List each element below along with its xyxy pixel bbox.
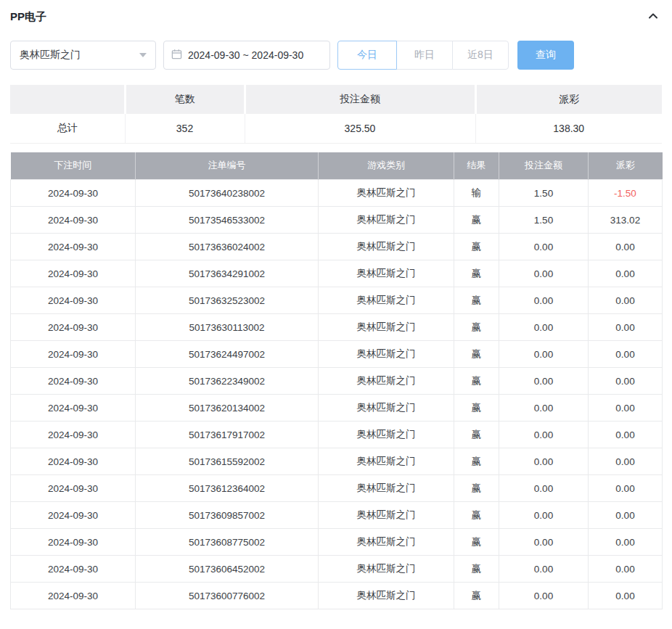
table-row: 2024-09-3050173546533002奥林匹斯之门赢1.50313.0… [11, 207, 663, 234]
ticket-number-cell: 50173630113002 [136, 314, 319, 341]
bet-time-cell: 2024-09-30 [11, 368, 136, 395]
quick-btn-today[interactable]: 今日 [337, 41, 397, 70]
game-category-cell: 奥林匹斯之门 [319, 260, 454, 287]
bet-amount-cell: 0.00 [499, 314, 589, 341]
game-category-cell: 奥林匹斯之门 [319, 502, 454, 529]
result-cell: 赢 [454, 448, 499, 475]
caret-down-icon [139, 53, 147, 57]
result-cell: 赢 [454, 207, 499, 234]
game-category-cell: 奥林匹斯之门 [319, 180, 454, 207]
table-row: 2024-09-3050173640238002奥林匹斯之门输1.50-1.50 [11, 180, 663, 207]
bet-time-cell: 2024-09-30 [11, 502, 136, 529]
table-row: 2024-09-3050173608775002奥林匹斯之门赢0.000.00 [11, 529, 663, 556]
table-row: 2024-09-3050173612364002奥林匹斯之门赢0.000.00 [11, 475, 663, 502]
bet-time-cell: 2024-09-30 [11, 448, 136, 475]
game-category-cell: 奥林匹斯之门 [319, 287, 454, 314]
records-table: 下注时间 注单编号 游戏类别 结果 投注金额 派彩 2024-09-305017… [10, 152, 663, 610]
table-row: 2024-09-3050173634291002奥林匹斯之门赢0.000.00 [11, 260, 663, 287]
summary-count-value: 352 [125, 114, 245, 143]
game-category-cell: 奥林匹斯之门 [319, 368, 454, 395]
column-header-bet-amount: 投注金额 [499, 152, 589, 180]
table-row: 2024-09-3050173630113002奥林匹斯之门赢0.000.00 [11, 314, 663, 341]
game-category-cell: 奥林匹斯之门 [319, 529, 454, 556]
records-header-row: 下注时间 注单编号 游戏类别 结果 投注金额 派彩 [11, 152, 663, 180]
filter-bar: 奥林匹斯之门 2024-09-30 ~ 2024-09-30 今日 昨日 近8日… [10, 41, 662, 70]
game-category-cell: 奥林匹斯之门 [319, 395, 454, 422]
summary-header-payout: 派彩 [475, 85, 662, 114]
summary-header-row: 笔数 投注金额 派彩 [10, 85, 662, 114]
table-row: 2024-09-3050173606452002奥林匹斯之门赢0.000.00 [11, 556, 663, 583]
game-category-cell: 奥林匹斯之门 [319, 422, 454, 448]
bet-amount-cell: 1.50 [499, 180, 589, 207]
table-row: 2024-09-3050173615592002奥林匹斯之门赢0.000.00 [11, 448, 663, 475]
table-row: 2024-09-3050173632523002奥林匹斯之门赢0.000.00 [11, 287, 663, 314]
ticket-number-cell: 50173600776002 [136, 583, 319, 609]
bet-time-cell: 2024-09-30 [11, 475, 136, 502]
ticket-number-cell: 50173608775002 [136, 529, 319, 556]
game-category-cell: 奥林匹斯之门 [319, 475, 454, 502]
game-category-cell: 奥林匹斯之门 [319, 448, 454, 475]
payout-cell: 0.00 [589, 314, 663, 341]
result-cell: 赢 [454, 529, 499, 556]
bet-time-cell: 2024-09-30 [11, 583, 136, 609]
result-cell: 赢 [454, 422, 499, 448]
bet-amount-cell: 0.00 [499, 368, 589, 395]
column-header-ticket-number: 注单编号 [136, 152, 319, 180]
bet-amount-cell: 0.00 [499, 502, 589, 529]
records-table-body: 2024-09-3050173640238002奥林匹斯之门输1.50-1.50… [11, 180, 663, 609]
game-select[interactable]: 奥林匹斯之门 [10, 41, 156, 70]
bet-time-cell: 2024-09-30 [11, 395, 136, 422]
result-cell: 赢 [454, 260, 499, 287]
payout-cell: 0.00 [589, 368, 663, 395]
bet-amount-cell: 0.00 [499, 583, 589, 609]
ticket-number-cell: 50173615592002 [136, 448, 319, 475]
payout-cell: 0.00 [589, 475, 663, 502]
result-cell: 赢 [454, 287, 499, 314]
bet-amount-cell: 0.00 [499, 422, 589, 448]
summary-header-count: 笔数 [125, 85, 245, 114]
chevron-up-icon [647, 9, 660, 25]
table-row: 2024-09-3050173620134002奥林匹斯之门赢0.000.00 [11, 395, 663, 422]
ticket-number-cell: 50173620134002 [136, 395, 319, 422]
bet-amount-cell: 0.00 [499, 556, 589, 583]
collapse-panel-button[interactable] [644, 8, 662, 25]
summary-bet-amount-value: 325.50 [245, 114, 475, 143]
payout-cell: 0.00 [589, 556, 663, 583]
game-select-value: 奥林匹斯之门 [20, 49, 81, 62]
payout-cell: -1.50 [589, 180, 663, 207]
result-cell: 赢 [454, 395, 499, 422]
game-category-cell: 奥林匹斯之门 [319, 556, 454, 583]
result-cell: 赢 [454, 234, 499, 260]
summary-total-label: 总计 [10, 114, 125, 143]
date-range-picker[interactable]: 2024-09-30 ~ 2024-09-30 [163, 41, 330, 70]
date-range-value: 2024-09-30 ~ 2024-09-30 [188, 49, 303, 61]
bet-amount-cell: 0.00 [499, 475, 589, 502]
ticket-number-cell: 50173606452002 [136, 556, 319, 583]
bet-amount-cell: 0.00 [499, 448, 589, 475]
quick-btn-last8days[interactable]: 近8日 [452, 41, 509, 70]
table-row: 2024-09-3050173636024002奥林匹斯之门赢0.000.00 [11, 234, 663, 260]
summary-header-bet-amount: 投注金额 [245, 85, 475, 114]
result-cell: 赢 [454, 583, 499, 609]
bet-amount-cell: 1.50 [499, 207, 589, 234]
ticket-number-cell: 50173609857002 [136, 502, 319, 529]
payout-cell: 0.00 [589, 502, 663, 529]
bet-time-cell: 2024-09-30 [11, 180, 136, 207]
search-button[interactable]: 查询 [517, 41, 574, 70]
result-cell: 输 [454, 180, 499, 207]
ticket-number-cell: 50173622349002 [136, 368, 319, 395]
quick-btn-yesterday[interactable]: 昨日 [396, 41, 453, 70]
bet-amount-cell: 0.00 [499, 395, 589, 422]
result-cell: 赢 [454, 368, 499, 395]
bet-time-cell: 2024-09-30 [11, 529, 136, 556]
bet-amount-cell: 0.00 [499, 234, 589, 260]
ticket-number-cell: 50173624497002 [136, 341, 319, 368]
ticket-number-cell: 50173640238002 [136, 180, 319, 207]
ticket-number-cell: 50173632523002 [136, 287, 319, 314]
game-category-cell: 奥林匹斯之门 [319, 583, 454, 609]
payout-cell: 0.00 [589, 583, 663, 609]
ticket-number-cell: 50173546533002 [136, 207, 319, 234]
bet-amount-cell: 0.00 [499, 341, 589, 368]
result-cell: 赢 [454, 502, 499, 529]
bet-time-cell: 2024-09-30 [11, 341, 136, 368]
